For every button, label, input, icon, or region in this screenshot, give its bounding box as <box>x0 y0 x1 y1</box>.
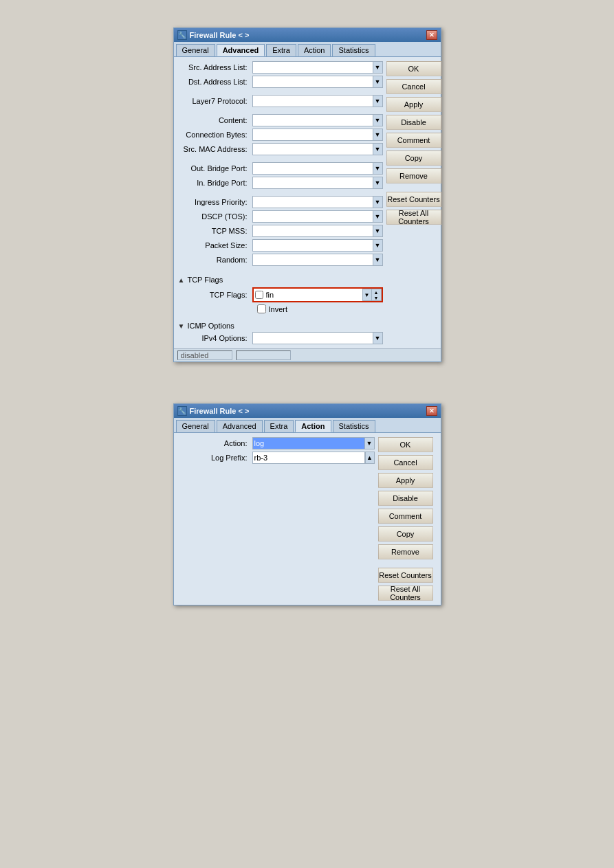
cancel-button-1[interactable]: Cancel <box>386 79 441 94</box>
close-button-2[interactable]: ✕ <box>426 406 437 416</box>
apply-button-2[interactable]: Apply <box>378 473 433 488</box>
out-bridge-port-dropdown[interactable]: ▼ <box>373 162 383 175</box>
tcp-flags-toggle[interactable]: ▲ <box>178 276 185 284</box>
copy-button-2[interactable]: Copy <box>378 526 433 542</box>
connection-bytes-wrapper: ▼ <box>252 129 383 141</box>
log-prefix-row: Log Prefix: ▲ <box>178 452 375 464</box>
ingress-priority-row: Ingress Priority: ▼ <box>178 196 383 208</box>
ipv4-options-input[interactable] <box>252 332 373 344</box>
tcp-flags-dropdown[interactable]: ▼ <box>362 289 372 301</box>
src-mac-dropdown[interactable]: ▼ <box>373 143 383 155</box>
log-prefix-wrapper: ▲ <box>252 452 375 464</box>
apply-button-1[interactable]: Apply <box>386 97 441 112</box>
tab-action-2[interactable]: Action <box>295 420 331 432</box>
icmp-toggle[interactable]: ▼ <box>178 322 185 330</box>
connection-bytes-input[interactable] <box>252 129 373 141</box>
ingress-priority-input[interactable] <box>252 196 373 208</box>
layer7-protocol-input[interactable] <box>252 95 373 107</box>
reset-counters-button-1[interactable]: Reset Counters <box>386 192 441 207</box>
layer7-protocol-dropdown[interactable]: ▼ <box>373 95 383 107</box>
dscp-tos-row: DSCP (TOS): ▼ <box>178 210 383 223</box>
close-button-1[interactable]: ✕ <box>426 30 437 40</box>
comment-button-1[interactable]: Comment <box>386 133 441 148</box>
tab-action-1[interactable]: Action <box>298 44 331 56</box>
tab-statistics-1[interactable]: Statistics <box>332 44 375 56</box>
tab-advanced-1[interactable]: Advanced <box>217 44 265 56</box>
dscp-tos-dropdown[interactable]: ▼ <box>373 210 383 223</box>
dscp-tos-input[interactable] <box>252 210 373 223</box>
tcp-flags-section-header: ▲ TCP Flags <box>178 276 383 284</box>
title-bar-2: 🔧 Firewall Rule < > ✕ <box>174 404 441 418</box>
tcp-flags-label: TCP Flags: <box>178 291 250 299</box>
copy-button-1[interactable]: Copy <box>386 151 441 166</box>
src-address-list-row: Src. Address List: ▼ <box>178 61 383 74</box>
random-row: Random: ▼ <box>178 254 383 266</box>
dst-address-list-input[interactable] <box>252 76 373 88</box>
src-mac-input[interactable] <box>252 143 373 155</box>
src-address-list-input[interactable] <box>252 61 373 74</box>
ipv4-options-dropdown[interactable]: ▼ <box>373 332 383 344</box>
packet-size-dropdown[interactable]: ▼ <box>373 239 383 252</box>
content-wrapper: ▼ <box>252 114 383 126</box>
action-dropdown[interactable]: ▼ <box>365 437 375 449</box>
reset-all-counters-button-1[interactable]: Reset All Counters <box>386 210 441 225</box>
reset-counters-button-2[interactable]: Reset Counters <box>378 568 433 583</box>
right-panel-1: OK Cancel Apply Disable Comment Copy Rem… <box>386 61 441 344</box>
ok-button-2[interactable]: OK <box>378 437 433 452</box>
invert-label: Invert <box>269 305 288 313</box>
status-segment-2 <box>236 350 291 360</box>
tab-extra-1[interactable]: Extra <box>266 44 296 56</box>
disable-button-1[interactable]: Disable <box>386 115 441 130</box>
src-address-list-dropdown[interactable]: ▼ <box>373 61 383 74</box>
tcp-mss-input[interactable] <box>252 225 373 237</box>
packet-size-input[interactable] <box>252 239 373 252</box>
dst-address-list-dropdown[interactable]: ▼ <box>373 76 383 88</box>
tcp-flags-checkbox[interactable] <box>255 291 263 299</box>
packet-size-wrapper: ▼ <box>252 239 383 252</box>
dscp-tos-wrapper: ▼ <box>252 210 383 223</box>
content-dropdown[interactable]: ▼ <box>373 114 383 126</box>
tcp-flags-spinner-up[interactable]: ▲ <box>372 289 381 295</box>
src-mac-label: Src. MAC Address: <box>178 145 250 153</box>
layer7-protocol-row: Layer7 Protocol: ▼ <box>178 95 383 107</box>
log-prefix-dropdown[interactable]: ▲ <box>365 452 375 464</box>
ipv4-options-label: IPv4 Options: <box>178 334 250 342</box>
disable-button-2[interactable]: Disable <box>378 491 433 506</box>
remove-button-2[interactable]: Remove <box>378 544 433 559</box>
out-bridge-port-input[interactable] <box>252 162 373 175</box>
remove-button-1[interactable]: Remove <box>386 168 441 183</box>
tab-general-1[interactable]: General <box>176 44 215 56</box>
reset-all-counters-button-2[interactable]: Reset All Counters <box>378 586 433 601</box>
tab-advanced-2[interactable]: Advanced <box>217 420 263 432</box>
tab-general-2[interactable]: General <box>176 420 215 432</box>
cancel-button-2[interactable]: Cancel <box>378 455 433 470</box>
status-bar-1: disabled <box>174 348 441 361</box>
tab-statistics-2[interactable]: Statistics <box>333 420 375 432</box>
tab-extra-2[interactable]: Extra <box>264 420 294 432</box>
random-input[interactable] <box>252 254 373 266</box>
invert-checkbox[interactable] <box>257 304 266 313</box>
random-dropdown[interactable]: ▼ <box>373 254 383 266</box>
tcp-flags-spinner-down[interactable]: ▼ <box>372 295 381 300</box>
ingress-priority-dropdown[interactable]: ▼ <box>373 196 383 208</box>
content-input[interactable] <box>252 114 373 126</box>
ingress-priority-label: Ingress Priority: <box>178 198 250 206</box>
in-bridge-port-input[interactable] <box>252 177 373 189</box>
dst-address-list-wrapper: ▼ <box>252 76 383 88</box>
ipv4-options-row: IPv4 Options: ▼ <box>178 332 383 344</box>
comment-button-2[interactable]: Comment <box>378 509 433 524</box>
packet-size-row: Packet Size: ▼ <box>178 239 383 252</box>
action-input[interactable] <box>252 437 365 449</box>
tcp-flags-text-input[interactable] <box>265 289 362 301</box>
out-bridge-port-wrapper: ▼ <box>252 162 383 175</box>
connection-bytes-dropdown[interactable]: ▼ <box>373 129 383 141</box>
invert-row: Invert <box>178 304 383 313</box>
ipv4-options-wrapper: ▼ <box>252 332 383 344</box>
content-label: Content: <box>178 116 250 124</box>
connection-bytes-row: Connection Bytes: ▼ <box>178 129 383 141</box>
tcp-flags-section-title: TCP Flags <box>187 276 223 284</box>
tcp-mss-dropdown[interactable]: ▼ <box>373 225 383 237</box>
ok-button-1[interactable]: OK <box>386 61 441 76</box>
in-bridge-port-dropdown[interactable]: ▼ <box>373 177 383 189</box>
log-prefix-input[interactable] <box>252 452 365 464</box>
